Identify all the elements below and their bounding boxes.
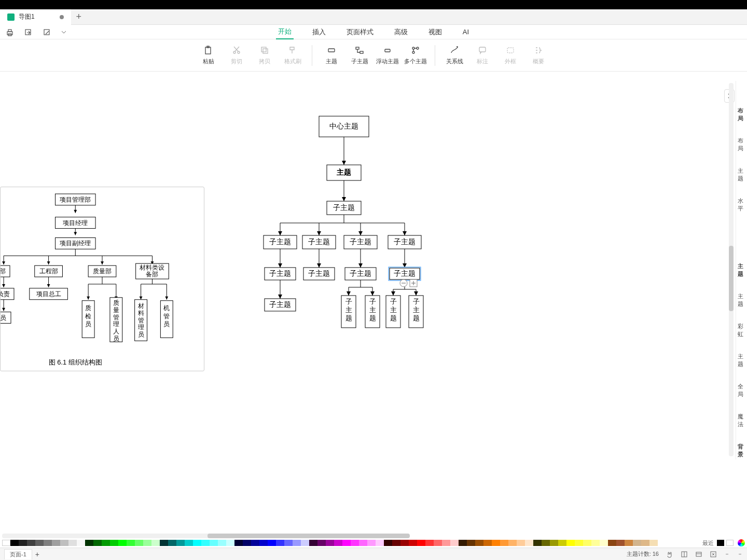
color-swatch[interactable] (575, 540, 583, 546)
color-swatch[interactable] (210, 540, 218, 546)
format-painter-button[interactable]: 格式刷 (279, 45, 307, 65)
color-swatch[interactable] (616, 540, 625, 546)
color-swatch[interactable] (85, 540, 93, 546)
single-page-icon[interactable] (681, 551, 688, 558)
color-swatch[interactable] (77, 540, 85, 546)
color-swatch[interactable] (384, 540, 392, 546)
color-swatch[interactable] (550, 540, 558, 546)
color-swatch[interactable] (608, 540, 616, 546)
color-swatch[interactable] (151, 540, 160, 546)
color-picker-icon[interactable] (738, 539, 745, 547)
color-swatch[interactable] (309, 540, 317, 546)
color-swatch[interactable] (326, 540, 334, 546)
color-swatch[interactable] (417, 540, 425, 546)
color-swatch[interactable] (425, 540, 434, 546)
relation-button[interactable]: 关系线 (440, 45, 468, 65)
paste-button[interactable]: 粘贴 (195, 45, 223, 65)
canvas-area[interactable]: 项目管理部 项目经理 项目副经理 部 工程部 质量部 材料类设备部 (0, 72, 747, 538)
subtopic-button[interactable]: 子主题 (345, 45, 374, 65)
color-swatch[interactable] (342, 540, 351, 546)
color-swatch[interactable] (301, 540, 309, 546)
color-swatch[interactable] (508, 540, 517, 546)
color-swatch[interactable] (359, 540, 367, 546)
color-swatch[interactable] (583, 540, 591, 546)
color-swatch[interactable] (400, 540, 409, 546)
side-layout[interactable]: 布局 (738, 137, 745, 152)
horizontal-scrollbar[interactable] (2, 534, 407, 538)
side-theme3[interactable]: 主题 (738, 353, 745, 368)
color-swatch[interactable] (376, 540, 384, 546)
boundary-button[interactable]: 外框 (496, 45, 524, 65)
color-swatch[interactable] (243, 540, 251, 546)
page-tab[interactable]: 页面-1 (4, 549, 32, 559)
color-swatch[interactable] (135, 540, 143, 546)
recent-color-1[interactable] (717, 540, 724, 546)
color-swatch[interactable] (633, 540, 641, 546)
color-swatch[interactable] (226, 540, 234, 546)
color-swatch[interactable] (459, 540, 467, 546)
color-swatch[interactable] (218, 540, 226, 546)
color-swatch[interactable] (542, 540, 550, 546)
color-swatch[interactable] (442, 540, 450, 546)
color-swatch[interactable] (492, 540, 500, 546)
menu-page-style[interactable]: 页面样式 (344, 25, 376, 39)
color-swatch[interactable] (293, 540, 301, 546)
color-swatch[interactable] (19, 540, 27, 546)
cut-button[interactable]: 剪切 (223, 45, 251, 65)
color-swatch[interactable] (193, 540, 201, 546)
side-rainbow[interactable]: 彩虹 (738, 323, 745, 338)
color-swatch[interactable] (475, 540, 483, 546)
color-swatch[interactable] (276, 540, 284, 546)
side-magic[interactable]: 魔法 (738, 413, 745, 428)
color-swatch[interactable] (251, 540, 259, 546)
color-swatch[interactable] (409, 540, 417, 546)
color-swatch[interactable] (625, 540, 633, 546)
color-swatch[interactable] (649, 540, 658, 546)
color-swatch[interactable] (450, 540, 459, 546)
multi-topic-button[interactable]: 多个主题 (402, 45, 430, 65)
color-swatch[interactable] (185, 540, 193, 546)
color-swatch[interactable] (533, 540, 542, 546)
color-swatch[interactable] (259, 540, 268, 546)
tab-modified-indicator[interactable] (60, 15, 64, 19)
color-swatch[interactable] (591, 540, 600, 546)
menu-start[interactable]: 开始 (276, 25, 294, 39)
color-swatch[interactable] (68, 540, 77, 546)
color-swatch[interactable] (434, 540, 442, 546)
color-swatch[interactable] (52, 540, 60, 546)
vertical-scrollbar-thumb[interactable] (729, 246, 734, 311)
menu-view[interactable]: 视图 (426, 25, 444, 39)
color-swatch[interactable] (367, 540, 376, 546)
color-swatch[interactable] (317, 540, 326, 546)
menu-advanced[interactable]: 高级 (392, 25, 410, 39)
color-swatch[interactable] (60, 540, 68, 546)
add-page-button[interactable]: + (35, 550, 39, 558)
menu-insert[interactable]: 插入 (310, 25, 328, 39)
embedded-image-panel[interactable]: 项目管理部 项目经理 项目副经理 部 工程部 质量部 材料类设备部 (0, 187, 204, 371)
side-global[interactable]: 全局 (738, 383, 745, 398)
color-swatch[interactable] (600, 540, 608, 546)
vertical-scrollbar[interactable] (729, 83, 734, 456)
color-swatch[interactable] (127, 540, 135, 546)
fit-page-icon[interactable] (710, 551, 717, 558)
color-swatch[interactable] (93, 540, 102, 546)
color-swatch[interactable] (110, 540, 118, 546)
reading-mode-icon[interactable] (695, 551, 702, 558)
color-swatch[interactable] (118, 540, 127, 546)
menu-ai[interactable]: AI (461, 26, 471, 38)
zoom-out-button[interactable]: － (724, 550, 730, 558)
color-swatch[interactable] (517, 540, 525, 546)
color-swatch[interactable] (168, 540, 176, 546)
horizontal-scrollbar-thumb[interactable] (208, 534, 410, 538)
topic-button[interactable]: 主题 (317, 45, 345, 65)
color-swatch[interactable] (392, 540, 400, 546)
color-swatch[interactable] (201, 540, 210, 546)
color-swatch[interactable] (467, 540, 475, 546)
color-swatch[interactable] (641, 540, 649, 546)
color-swatch[interactable] (143, 540, 151, 546)
color-swatch[interactable] (2, 540, 10, 546)
color-swatch[interactable] (35, 540, 44, 546)
mindmap-canvas[interactable]: 中心主题 主题 子主题 子主题 子主题 子主题 子主题 (218, 113, 477, 403)
color-swatch[interactable] (334, 540, 342, 546)
note-button[interactable]: 标注 (468, 45, 496, 65)
